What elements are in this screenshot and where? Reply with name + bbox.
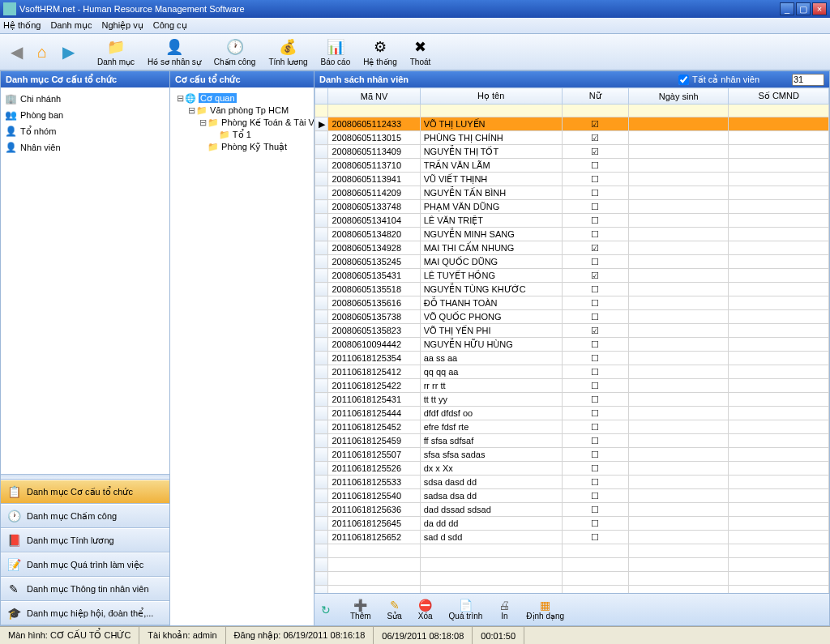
row-indicator [315, 324, 328, 338]
nav-back-button[interactable]: ◀ [5, 41, 28, 63]
col-Họ tên[interactable]: Họ tên [420, 88, 562, 104]
table-row[interactable]: 20110618125507sfsa sfsa sadas☐ [315, 448, 829, 462]
menu-Hệ thống[interactable]: Hệ thống [3, 20, 41, 31]
status-login: Đăng nhập: 06/19/2011 08:16:18 [226, 627, 374, 644]
table-row[interactable]: 20080605113941VŨ VIẾT THỊNH☐ [315, 173, 829, 186]
row-indicator [315, 283, 328, 296]
count-field[interactable] [792, 74, 824, 86]
col-Số CMND[interactable]: Số CMND [729, 88, 829, 104]
employee-grid[interactable]: Mã NVHọ tênNữNgày sinhSố CMND▶2008060511… [314, 87, 829, 593]
row-indicator [315, 145, 328, 159]
org-node-Văn phòng Tp HCM[interactable]: ⊟📁 Văn phòng Tp HCM [175, 104, 309, 117]
toolbar-Tính lương[interactable]: 💰Tính lương [263, 36, 312, 68]
menu-Danh mục[interactable]: Danh mục [50, 20, 92, 31]
table-row[interactable]: 20080605114209NGUYỄN TẤN BÌNH☐ [315, 186, 829, 200]
action-In[interactable]: 🖨In [490, 597, 518, 622]
action-Xóa[interactable]: ⛔Xóa [410, 597, 441, 622]
table-row[interactable]: 20080605135431LÊ TUYẾT HỒNG☑ [315, 269, 829, 283]
sidenav-Danh mục hiệp hội, đoàn thể,...[interactable]: 🎓Danh mục hiệp hội, đoàn thể,... [1, 601, 169, 625]
window-titlebar: VsoftHRM.net - Human Resource Management… [0, 0, 830, 18]
toolbar-Chấm công[interactable]: 🕐Chấm công [209, 36, 261, 68]
expand-icon[interactable]: ⊟ [198, 117, 208, 128]
sidenav-Danh mục Chấm công[interactable]: 🕐Danh mục Chấm công [1, 504, 169, 528]
refresh-icon[interactable]: ↻ [321, 603, 331, 616]
table-row[interactable]: 20080610094442NGUYỄN HỮU HÙNG☐ [315, 338, 829, 352]
table-row[interactable]: 20080605134820NGUYỄN MINH SANG☐ [315, 228, 829, 241]
action-Sửa[interactable]: ✎Sửa [379, 597, 410, 622]
table-row[interactable]: 20110618125431tt tt yy☐ [315, 393, 829, 407]
expand-icon[interactable]: ⊟ [175, 93, 185, 104]
table-row [315, 572, 829, 586]
org-node-Tổ 1[interactable]: 📁 Tổ 1 [175, 129, 309, 141]
row-indicator [315, 173, 328, 186]
table-row[interactable]: 20080605133748PHẠM VĂN DŨNG☐ [315, 200, 829, 214]
table-row[interactable]: 20080605113710TRẦN VĂN LÃM☐ [315, 159, 829, 173]
row-indicator [315, 365, 328, 379]
toolbar-Danh mục[interactable]: 📁Danh mục [92, 36, 139, 68]
all-employees-checkbox[interactable]: Tất cả nhân viên [678, 75, 759, 85]
org-node-Cơ quan[interactable]: ⊟🌐 Cơ quan [175, 92, 309, 104]
table-row[interactable]: 20080605135245MAI QUỐC DŨNG☐ [315, 255, 829, 269]
sidenav-Danh mục Thông tin nhân viên[interactable]: ✎Danh mục Thông tin nhân viên [1, 577, 169, 601]
nav-home-button[interactable]: ⌂ [31, 41, 53, 63]
org-node-Phòng Kỹ Thuật[interactable]: 📁 Phòng Kỹ Thuật [175, 141, 309, 153]
table-row[interactable]: ▶20080605112433VÕ THỊ LUYẾN☑ [315, 117, 829, 131]
expand-icon[interactable]: ⊟ [186, 105, 196, 116]
action-Quá trình[interactable]: 📄Quá trình [441, 597, 491, 622]
table-row[interactable]: 20080605113409NGUYỄN THỊ TỐT☑ [315, 145, 829, 159]
table-row[interactable]: 20080605135738VÕ QUỐC PHONG☐ [315, 310, 829, 324]
menu-Công cụ[interactable]: Công cụ [153, 20, 187, 31]
category-Phòng ban[interactable]: 👥Phòng ban [4, 107, 166, 123]
table-row[interactable]: 20110618125645da dd dd☐ [315, 517, 829, 531]
sidenav-Danh mục Cơ cấu tổ chức[interactable]: 📋Danh mục Cơ cấu tổ chức [1, 480, 169, 504]
folder-icon: 📁 [219, 130, 230, 140]
toolbar-Hệ thống[interactable]: ⚙Hệ thống [358, 36, 401, 68]
col-Nữ[interactable]: Nữ [562, 88, 628, 104]
org-panel-header: Cơ cấu tổ chức [170, 71, 314, 87]
menubar: Hệ thốngDanh mụcNghiệp vụCông cụ [0, 18, 830, 34]
table-row[interactable]: 20110618125452efre fdsf rte☐ [315, 420, 829, 434]
status-screen: Màn hình: CƠ CẤU TỔ CHỨC [0, 627, 139, 644]
table-row[interactable]: 20110618125533sdsa dasd dd☐ [315, 476, 829, 489]
col-Mã NV[interactable]: Mã NV [328, 88, 420, 104]
row-indicator [315, 407, 328, 420]
menu-Nghiệp vụ[interactable]: Nghiệp vụ [101, 20, 143, 31]
app-icon [3, 2, 16, 15]
toolbar-Báo cáo[interactable]: 📊Báo cáo [316, 36, 356, 68]
minimize-button[interactable]: _ [780, 2, 794, 15]
table-row[interactable]: 20080605135518NGUYỄN TÙNG KHƯỚC☐ [315, 283, 829, 296]
toolbar-Hồ sơ nhân sự[interactable]: 👤Hồ sơ nhân sự [143, 36, 206, 68]
sidenav-Danh mục Tính lương[interactable]: 📕Danh mục Tính lương [1, 528, 169, 552]
category-Chi nhánh[interactable]: 🏢Chi nhánh [4, 91, 166, 107]
toolbar-Thoát[interactable]: ✖Thoát [405, 36, 436, 68]
table-row[interactable]: 20110618125412qq qq aa☐ [315, 365, 829, 379]
row-indicator [315, 159, 328, 173]
filter-row[interactable] [315, 104, 829, 117]
nav-forward-button[interactable]: ▶ [57, 41, 79, 63]
table-row[interactable]: 20110618125652sad d sdd☐ [315, 531, 829, 544]
table-row[interactable]: 20110618125459ff sfsa sdfsaf☐ [315, 434, 829, 448]
table-row[interactable]: 20110618125540sadsa dsa dd☐ [315, 489, 829, 503]
maximize-button[interactable]: ▢ [796, 2, 811, 15]
category-Nhân viên[interactable]: 👤Nhân viên [4, 139, 166, 156]
table-row[interactable]: 20110618125444dfdf dfdsf oo☐ [315, 407, 829, 420]
table-row[interactable]: 20110618125526dx x Xx☐ [315, 462, 829, 476]
action-Định dạng[interactable]: ▦Định dạng [518, 597, 572, 622]
table-row[interactable]: 20080605113015PHÙNG THỊ CHÍNH☑ [315, 131, 829, 145]
row-indicator [315, 379, 328, 393]
table-row[interactable]: 20080605134928MAI THI CẨM NHUNG☑ [315, 241, 829, 255]
row-indicator [315, 476, 328, 489]
close-button[interactable]: × [812, 2, 827, 15]
table-row[interactable]: 20110618125636dad dssad sdsad☐ [315, 503, 829, 517]
table-row[interactable]: 20080605135823VÕ THỊ YẾN PHI☑ [315, 324, 829, 338]
sidenav-Danh mục Quá trình làm việc[interactable]: 📝Danh mục Quá trình làm việc [1, 552, 169, 577]
table-row[interactable]: 20110618125422rr rr tt☐ [315, 379, 829, 393]
category-Tổ nhóm[interactable]: 👤Tổ nhóm [4, 123, 166, 139]
action-Thêm[interactable]: ➕Thêm [342, 597, 379, 622]
table-row[interactable]: 20080605134104LÊ VĂN TRIỆT☐ [315, 214, 829, 228]
col-Ngày sinh[interactable]: Ngày sinh [628, 88, 729, 104]
table-row[interactable]: 20110618125354aa ss aa☐ [315, 352, 829, 365]
org-node-Phòng Kế Toán & Tài Vụ[interactable]: ⊟📁 Phòng Kế Toán & Tài Vụ [175, 117, 309, 129]
all-employees-check-input[interactable] [678, 75, 689, 85]
table-row[interactable]: 20080605135616ĐỖ THANH TOÀN☐ [315, 296, 829, 310]
